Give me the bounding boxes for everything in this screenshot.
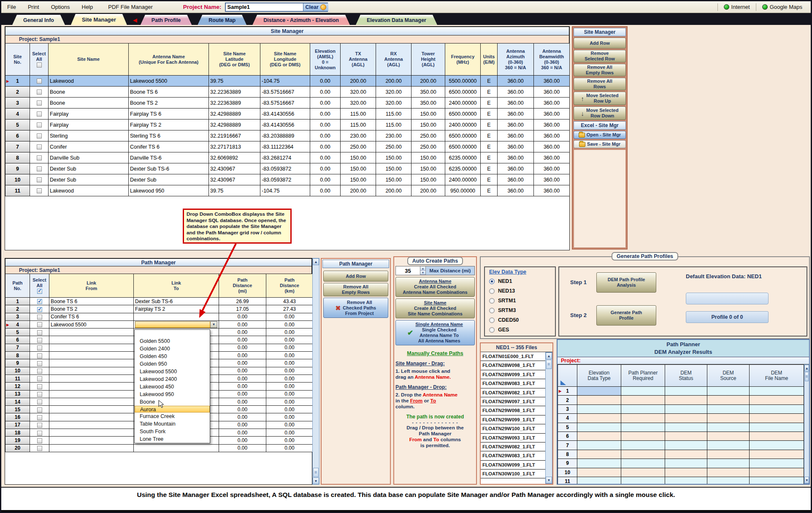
cell-lon[interactable]: -83.57516667 [260,98,310,109]
row-checkbox[interactable] [37,133,42,138]
cell-distance-km[interactable]: 0.00 [266,367,313,375]
dem-scrollbar[interactable]: ▲ ☰ ▼ [804,364,809,484]
dem-cell[interactable] [750,459,804,468]
cell-distance-km[interactable]: 0.00 [266,352,313,359]
cell-units[interactable]: E [481,76,498,87]
cell-lat[interactable]: 32.22363889 [209,98,260,109]
row-number[interactable]: 8 [5,152,30,163]
cell-freq[interactable]: 2400.00000 [445,174,481,185]
cell-tx[interactable]: 115.00 [341,119,376,130]
cell-freq[interactable]: 6235.00000 [445,163,481,174]
row-checkbox[interactable] [37,315,42,320]
save-site-mgr-button[interactable]: Save - Site Mgr [574,140,626,148]
dem-cell[interactable] [621,404,665,413]
cell-elev[interactable]: 0.00 [310,185,341,196]
cell-distance-mi[interactable]: 0.00 [219,398,266,405]
row-number[interactable]: 8 [5,352,30,359]
cell-elev[interactable]: 0.00 [310,119,341,130]
dem-cell[interactable] [621,459,665,468]
cell-units[interactable]: E [481,98,498,109]
row-select-cell[interactable] [30,375,49,382]
cell-distance-km[interactable]: 0.00 [266,437,313,444]
dropdown-item-blank[interactable] [135,330,210,337]
row-checkbox[interactable] [37,299,42,304]
row-number[interactable]: 9 [5,359,30,367]
file-item[interactable]: FLOATN28W082_1.FLT [481,388,545,397]
cell-tower[interactable]: 150.00 [411,119,445,130]
cell-freq[interactable]: 6500.00000 [445,130,481,141]
cell-distance-mi[interactable]: 0.00 [219,336,266,344]
spin-up-icon[interactable]: ▲ [420,266,425,271]
cell-distance-mi[interactable]: 0.00 [219,367,266,375]
row-number[interactable]: 5 [5,328,30,336]
cell-tower[interactable]: 200.00 [411,76,445,87]
site-name-button[interactable]: Site NameCreate All Checked Site Name Co… [395,299,475,318]
row-number[interactable]: 10 [558,468,577,477]
row-number[interactable]: 20 [5,444,30,452]
cell-freq[interactable]: 2400.00000 [445,119,481,130]
cell-azimuth[interactable]: 360.00 [498,87,534,98]
cell-link-from[interactable]: Boone TS 2 [49,305,134,313]
project-name-input[interactable] [226,3,303,11]
cell-distance-km[interactable]: 0.00 [266,328,313,336]
row-select-cell[interactable] [30,98,49,109]
cell-lon[interactable]: -104.75 [260,185,310,196]
cell-units[interactable]: E [481,141,498,152]
open-site-mgr-button[interactable]: Open - Site Mgr [574,131,626,139]
cell-rx[interactable]: 150.00 [376,152,411,163]
cell-antenna[interactable]: Sterling TS 6 [129,130,209,141]
row-number[interactable]: 19 [5,437,30,444]
dem-cell[interactable] [750,396,804,404]
cell-link-from[interactable] [49,375,134,382]
row-select-cell[interactable] [30,429,49,437]
cell-rx[interactable]: 150.00 [376,163,411,174]
cell-distance-mi[interactable]: 0.00 [219,406,266,413]
cell-distance-km[interactable]: 0.00 [266,421,313,429]
select-all-checkbox[interactable] [37,289,42,294]
cell-tower[interactable]: 150.00 [411,109,445,119]
row-number[interactable]: 11 [558,477,577,484]
cell-link-from[interactable] [49,383,134,390]
dem-cell[interactable] [707,414,750,423]
cell-antenna[interactable]: Lakewood 950 [129,185,209,196]
dem-cell[interactable] [621,414,665,423]
cell-azimuth[interactable]: 360.00 [498,98,534,109]
radio-icon[interactable] [489,288,495,294]
row-number[interactable]: 10 [5,174,30,185]
cell-site[interactable]: Lakewood [49,185,129,196]
row-checkbox[interactable] [37,307,42,312]
row-number[interactable]: ▶4 [5,320,30,328]
row-number[interactable]: 9 [558,459,577,468]
row-number[interactable]: 7 [558,441,577,450]
cell-beamwidth[interactable]: 360.00 [534,87,570,98]
site-manager-table[interactable]: Site No.Select AllSite NameAntenna Name … [5,43,570,196]
cell-lon[interactable]: -83.11122364 [260,141,310,152]
radio-srtm3[interactable]: SRTM3 [489,307,551,313]
row-checkbox[interactable] [37,79,42,84]
cell-units[interactable]: E [481,163,498,174]
cell-site[interactable]: Danville Sub [49,152,129,163]
menu-item-pdf-file-manager[interactable]: PDF File Manager [102,4,158,10]
cell-tx[interactable]: 150.00 [341,174,376,185]
cell-tower[interactable]: 250.00 [411,130,445,141]
cell-distance-mi[interactable]: 17.05 [219,305,266,313]
row-number[interactable]: 15 [5,406,30,413]
cell-elev[interactable]: 0.00 [310,109,341,119]
row-checkbox[interactable] [37,338,42,343]
cell-distance-mi[interactable]: 0.00 [219,383,266,390]
dem-cell[interactable] [665,414,707,423]
dem-cell[interactable] [577,468,621,477]
scroll-thumb[interactable]: ☰ [546,360,552,369]
dropdown-item-boone[interactable]: Boone [135,398,210,406]
cell-elev[interactable]: 0.00 [310,76,341,87]
row-select-cell[interactable] [30,109,49,119]
row-number[interactable]: 3 [5,98,30,109]
cell-distance-km[interactable]: 0.00 [266,429,313,437]
cell-distance-km[interactable]: 0.00 [266,344,313,351]
cell-site[interactable]: Dexter Sub [49,174,129,185]
row-select-cell[interactable] [30,174,49,185]
row-checkbox[interactable] [37,438,42,443]
scroll-up-icon[interactable]: ▲ [546,353,552,359]
row-checkbox[interactable] [37,415,42,420]
cell-freq[interactable]: 6500.00000 [445,87,481,98]
